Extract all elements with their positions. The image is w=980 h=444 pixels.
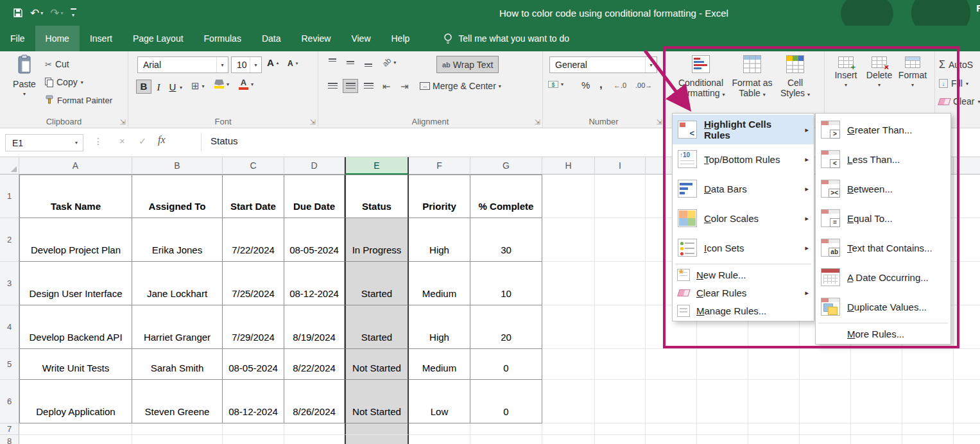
- align-center-button[interactable]: [343, 79, 358, 93]
- empty-cells[interactable]: [646, 349, 980, 380]
- font-size-combo[interactable]: 10▾: [231, 56, 262, 73]
- cell-h1[interactable]: [542, 175, 595, 218]
- orientation-button[interactable]: ab▾: [383, 58, 396, 67]
- cell-f3[interactable]: Medium: [409, 262, 470, 305]
- cell-e7-selected[interactable]: [345, 423, 409, 435]
- cell-d4[interactable]: 8/19/2024: [284, 305, 345, 349]
- row-header-2[interactable]: 2: [0, 218, 19, 262]
- cell-styles-button[interactable]: Cell Styles ▾: [775, 55, 815, 100]
- cell-h6[interactable]: [542, 380, 595, 423]
- formula-input[interactable]: Status: [211, 135, 238, 146]
- name-box-resize-handle[interactable]: ⋮: [94, 136, 103, 146]
- copy-button[interactable]: Copy▾: [45, 77, 83, 87]
- font-color-button[interactable]: A▾: [239, 78, 254, 90]
- column-header-a[interactable]: A: [19, 157, 132, 175]
- borders-button[interactable]: ⊞▾: [191, 80, 205, 92]
- cell-b7[interactable]: [132, 423, 223, 435]
- tell-me-box[interactable]: Tell me what you want to do: [443, 26, 569, 51]
- increase-decimal-button[interactable]: ←.0: [614, 81, 626, 89]
- tab-view[interactable]: View: [341, 26, 381, 51]
- column-header-c[interactable]: C: [223, 157, 284, 175]
- cell-d2[interactable]: 08-05-2024: [284, 218, 345, 262]
- cell-i3[interactable]: [595, 262, 646, 305]
- insert-cells-button[interactable]: + Insert ▾: [830, 56, 862, 90]
- user-badge[interactable]: R: [976, 3, 980, 13]
- insert-function-button[interactable]: fx: [158, 134, 166, 146]
- cell-e5-selected[interactable]: Not Started: [345, 349, 409, 380]
- cell-b8[interactable]: [132, 435, 223, 444]
- tab-page-layout[interactable]: Page Layout: [123, 26, 194, 51]
- submenu-item-less-than[interactable]: < Less Than...: [816, 144, 950, 174]
- cell-h4[interactable]: [542, 305, 595, 349]
- select-all-button[interactable]: [0, 157, 19, 175]
- tab-insert[interactable]: Insert: [80, 26, 123, 51]
- cell-i4[interactable]: [595, 305, 646, 349]
- clear-button[interactable]: Clear▾: [939, 96, 980, 107]
- bottom-align-button[interactable]: [363, 58, 374, 67]
- empty-cells[interactable]: [646, 435, 980, 444]
- paste-button[interactable]: Paste ▾: [6, 55, 42, 99]
- cell-d1[interactable]: Due Date: [284, 175, 345, 218]
- row-header-7[interactable]: 7: [0, 423, 19, 435]
- cell-a3[interactable]: Design User Interface: [19, 262, 132, 305]
- cell-e1-active[interactable]: Status: [345, 175, 409, 218]
- percent-style-button[interactable]: %: [581, 80, 590, 90]
- column-header-b[interactable]: B: [132, 157, 223, 175]
- font-name-combo[interactable]: Arial▾: [137, 56, 228, 73]
- row-header-5[interactable]: 5: [0, 349, 19, 380]
- cell-h5[interactable]: [542, 349, 595, 380]
- cell-b4[interactable]: Harriet Granger: [132, 305, 223, 349]
- cell-i2[interactable]: [595, 218, 646, 262]
- cell-c4[interactable]: 7/29/2024: [223, 305, 284, 349]
- cell-b5[interactable]: Sarah Smith: [132, 349, 223, 380]
- redo-button[interactable]: ↷▾: [50, 8, 63, 19]
- cell-a7[interactable]: [19, 423, 132, 435]
- cell-g4[interactable]: 20: [470, 305, 542, 349]
- cell-g3[interactable]: 10: [470, 262, 542, 305]
- fill-color-button[interactable]: ▾: [214, 80, 229, 89]
- cell-a4[interactable]: Develop Backend API: [19, 305, 132, 349]
- cell-b3[interactable]: Jane Lockhart: [132, 262, 223, 305]
- submenu-item-between[interactable]: >< Between...: [816, 174, 950, 203]
- cell-a1[interactable]: Task Name: [19, 175, 132, 218]
- cell-c7[interactable]: [223, 423, 284, 435]
- column-header-f[interactable]: F: [409, 157, 470, 175]
- cell-b6[interactable]: Steven Greene: [132, 380, 223, 423]
- menu-item-color-scales[interactable]: Color Scales ▸: [673, 203, 814, 233]
- number-format-combo[interactable]: General▾: [549, 56, 657, 73]
- number-dialog-launcher[interactable]: ⇲: [657, 119, 662, 126]
- menu-item-clear-rules[interactable]: Clear Rules ▸: [673, 284, 814, 302]
- cell-c3[interactable]: 7/25/2024: [223, 262, 284, 305]
- submenu-item-a-date-occurring[interactable]: A Date Occurring...: [816, 262, 950, 292]
- name-box[interactable]: E1▾: [5, 134, 83, 151]
- cell-d3[interactable]: 08-12-2024: [284, 262, 345, 305]
- format-as-table-button[interactable]: Format as Table ▾: [732, 55, 773, 100]
- cell-b2[interactable]: Erika Jones: [132, 218, 223, 262]
- cell-g1[interactable]: % Complete: [470, 175, 542, 218]
- format-painter-button[interactable]: Format Painter: [45, 95, 112, 106]
- save-button[interactable]: [13, 8, 23, 18]
- submenu-item-duplicate-values[interactable]: Duplicate Values...: [816, 292, 950, 321]
- clipboard-dialog-launcher[interactable]: ⇲: [120, 119, 126, 126]
- font-dialog-launcher[interactable]: ⇲: [310, 119, 316, 126]
- wrap-text-button[interactable]: abWrap Text: [436, 56, 499, 73]
- tab-home[interactable]: Home: [35, 26, 80, 51]
- cell-f1[interactable]: Priority: [409, 175, 470, 218]
- tab-review[interactable]: Review: [291, 26, 341, 51]
- comma-style-button[interactable]: ,: [599, 78, 603, 91]
- row-header-4[interactable]: 4: [0, 305, 19, 349]
- submenu-item-more-rules[interactable]: More Rules...: [816, 325, 950, 343]
- cell-h7[interactable]: [542, 423, 595, 435]
- cell-g8[interactable]: [470, 435, 542, 444]
- italic-button[interactable]: I: [154, 81, 163, 94]
- menu-item-top-bottom-rules[interactable]: ↑10 Top/Bottom Rules ▸: [673, 144, 814, 174]
- cell-i6[interactable]: [595, 380, 646, 423]
- column-header-i[interactable]: I: [595, 157, 646, 175]
- fill-button[interactable]: ↓Fill▾: [939, 78, 968, 89]
- decrease-decimal-button[interactable]: .00→: [635, 81, 652, 89]
- menu-item-icon-sets[interactable]: Icon Sets ▸: [673, 233, 814, 262]
- row-header-3[interactable]: 3: [0, 262, 19, 305]
- accounting-format-button[interactable]: $▾: [548, 81, 563, 88]
- cell-d5[interactable]: 8/22/2024: [284, 349, 345, 380]
- increase-indent-button[interactable]: ⇥: [400, 81, 409, 92]
